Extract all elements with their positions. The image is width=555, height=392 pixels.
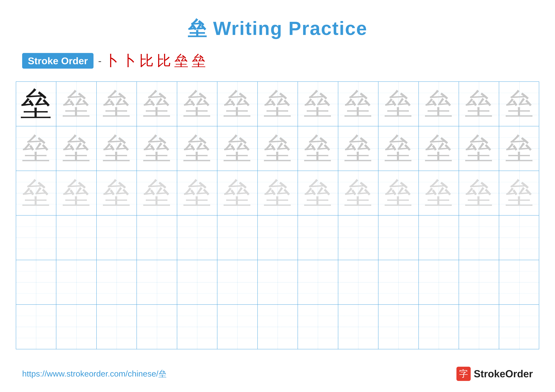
grid-row-2: 垒 垒 垒 垒 垒 垒 垒 垒 垒 垒 垒 垒 垒 xyxy=(16,126,539,171)
grid-cell[interactable] xyxy=(217,215,258,260)
grid-cell[interactable] xyxy=(298,215,338,260)
grid-cell: 垒 xyxy=(258,82,298,126)
stroke-order-section: Stroke Order - 卜 卜 比 比 垒 垒 xyxy=(0,42,555,77)
page-title: 垒 Writing Practice xyxy=(0,0,555,42)
grid-cell: 垒 xyxy=(419,126,459,171)
grid-cell[interactable] xyxy=(97,260,137,304)
grid-cell[interactable] xyxy=(97,305,137,349)
grid-cell[interactable] xyxy=(217,260,258,304)
grid-cell[interactable] xyxy=(379,215,419,260)
grid-cell[interactable] xyxy=(217,305,258,349)
logo-label: StrokeOrder xyxy=(474,368,533,380)
logo-icon: 字 xyxy=(456,367,471,381)
grid-cell[interactable] xyxy=(137,305,177,349)
grid-cell[interactable] xyxy=(16,305,56,349)
grid-cell: 垒 xyxy=(459,171,499,215)
footer-logo: 字 StrokeOrder xyxy=(456,367,533,381)
grid-cell: 垒 xyxy=(338,126,379,171)
grid-cell[interactable] xyxy=(298,260,338,304)
grid-cell[interactable] xyxy=(258,305,298,349)
grid-cell[interactable] xyxy=(56,215,96,260)
grid-row-1: 垒 垒 垒 垒 垒 垒 垒 垒 垒 垒 垒 垒 垒 xyxy=(16,82,539,126)
grid-cell: 垒 xyxy=(379,82,419,126)
grid-cell: 垒 xyxy=(97,82,137,126)
grid-cell: 垒 xyxy=(177,82,217,126)
grid-cell: 垒 xyxy=(177,126,217,171)
grid-cell: 垒 xyxy=(137,126,177,171)
grid-cell: 垒 xyxy=(419,171,459,215)
practice-grid: 垒 垒 垒 垒 垒 垒 垒 垒 垒 垒 垒 垒 垒 垒 垒 垒 垒 垒 垒 垒 … xyxy=(16,81,539,349)
grid-cell[interactable] xyxy=(258,260,298,304)
grid-cell[interactable] xyxy=(298,305,338,349)
grid-cell: 垒 xyxy=(177,171,217,215)
grid-cell: 垒 xyxy=(459,126,499,171)
grid-cell: 垒 xyxy=(217,126,258,171)
footer: https://www.strokeorder.com/chinese/垒 字 … xyxy=(0,367,555,381)
stroke-order-chars: - 卜 卜 比 比 垒 垒 xyxy=(98,51,206,70)
grid-cell[interactable] xyxy=(177,305,217,349)
grid-cell[interactable] xyxy=(499,305,539,349)
grid-cell: 垒 xyxy=(56,171,96,215)
grid-cell: 垒 xyxy=(137,82,177,126)
grid-cell[interactable] xyxy=(56,260,96,304)
grid-cell[interactable] xyxy=(338,260,379,304)
grid-cell[interactable] xyxy=(16,215,56,260)
grid-cell[interactable] xyxy=(499,215,539,260)
grid-cell: 垒 xyxy=(419,82,459,126)
grid-cell[interactable] xyxy=(338,305,379,349)
grid-cell[interactable] xyxy=(177,260,217,304)
grid-cell: 垒 xyxy=(338,171,379,215)
grid-cell[interactable] xyxy=(97,215,137,260)
grid-cell: 垒 xyxy=(16,171,56,215)
grid-cell[interactable] xyxy=(419,260,459,304)
stroke-order-badge: Stroke Order xyxy=(22,53,94,69)
grid-cell[interactable] xyxy=(459,260,499,304)
grid-cell: 垒 xyxy=(258,171,298,215)
grid-cell: 垒 xyxy=(56,82,96,126)
grid-cell[interactable] xyxy=(379,260,419,304)
grid-cell[interactable] xyxy=(137,260,177,304)
grid-cell: 垒 xyxy=(338,82,379,126)
grid-cell: 垒 xyxy=(499,126,539,171)
grid-cell[interactable] xyxy=(379,305,419,349)
grid-cell: 垒 xyxy=(137,171,177,215)
grid-cell[interactable] xyxy=(338,215,379,260)
grid-cell: 垒 xyxy=(56,126,96,171)
grid-cell: 垒 xyxy=(258,126,298,171)
grid-row-4 xyxy=(16,215,539,260)
grid-cell: 垒 xyxy=(217,82,258,126)
grid-row-5 xyxy=(16,260,539,305)
grid-cell[interactable] xyxy=(16,260,56,304)
grid-cell[interactable] xyxy=(56,305,96,349)
grid-cell: 垒 xyxy=(16,82,56,126)
grid-cell: 垒 xyxy=(379,171,419,215)
grid-cell: 垒 xyxy=(217,171,258,215)
grid-cell[interactable] xyxy=(177,215,217,260)
grid-cell: 垒 xyxy=(97,126,137,171)
grid-cell: 垒 xyxy=(379,126,419,171)
grid-cell[interactable] xyxy=(459,215,499,260)
grid-cell: 垒 xyxy=(298,82,338,126)
grid-cell: 垒 xyxy=(499,82,539,126)
grid-cell: 垒 xyxy=(298,171,338,215)
grid-cell: 垒 xyxy=(298,126,338,171)
grid-cell[interactable] xyxy=(137,215,177,260)
grid-cell: 垒 xyxy=(16,126,56,171)
grid-row-6 xyxy=(16,305,539,349)
grid-cell[interactable] xyxy=(419,305,459,349)
grid-cell[interactable] xyxy=(419,215,459,260)
grid-cell[interactable] xyxy=(499,260,539,304)
grid-cell: 垒 xyxy=(499,171,539,215)
grid-cell[interactable] xyxy=(459,305,499,349)
footer-url: https://www.strokeorder.com/chinese/垒 xyxy=(22,368,167,379)
grid-cell: 垒 xyxy=(459,82,499,126)
grid-cell: 垒 xyxy=(97,171,137,215)
grid-cell[interactable] xyxy=(258,215,298,260)
grid-row-3: 垒 垒 垒 垒 垒 垒 垒 垒 垒 垒 垒 垒 垒 xyxy=(16,171,539,215)
